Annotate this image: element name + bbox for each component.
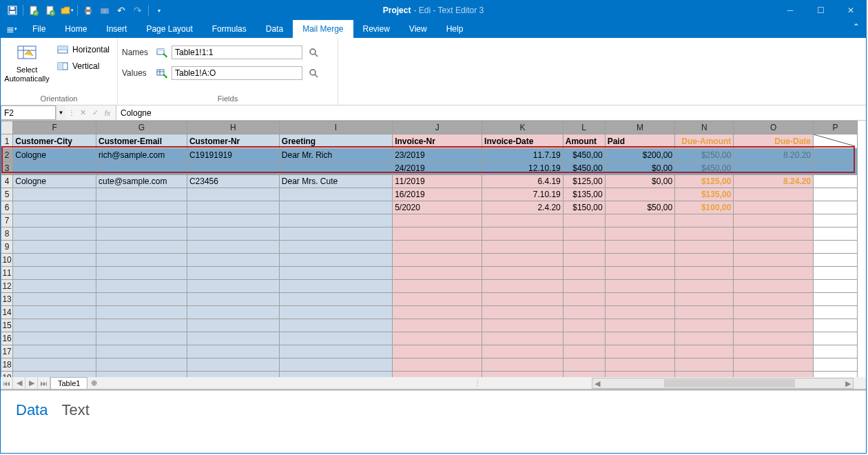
cell[interactable] bbox=[814, 162, 858, 175]
doc-plus-icon[interactable]: + bbox=[43, 3, 58, 18]
cell[interactable] bbox=[605, 358, 674, 372]
cell[interactable]: $0,00 bbox=[605, 162, 674, 175]
header-cell[interactable] bbox=[814, 134, 858, 149]
row-header-3[interactable]: 3 bbox=[1, 162, 13, 175]
cell[interactable] bbox=[814, 372, 858, 378]
tab-next-icon[interactable]: ▶ bbox=[25, 377, 38, 389]
scrollbar-thumb[interactable] bbox=[664, 379, 795, 387]
cell[interactable]: 24/2019 bbox=[393, 162, 482, 175]
select-all-corner[interactable] bbox=[1, 121, 13, 134]
cell[interactable] bbox=[605, 345, 674, 358]
cell[interactable] bbox=[814, 280, 858, 293]
horizontal-scrollbar[interactable]: ◀ ▶ bbox=[592, 378, 854, 389]
cell[interactable] bbox=[814, 241, 858, 254]
cell[interactable] bbox=[605, 306, 674, 319]
cell[interactable]: $135,00 bbox=[675, 188, 734, 201]
cell[interactable] bbox=[563, 214, 605, 228]
cell[interactable] bbox=[675, 306, 734, 319]
row-header-15[interactable]: 15 bbox=[1, 319, 13, 332]
col-header-H[interactable]: H bbox=[187, 121, 279, 134]
cell[interactable]: 2.4.20 bbox=[482, 201, 564, 214]
cell[interactable]: Dear Mr. Rich bbox=[279, 149, 392, 162]
cell[interactable] bbox=[13, 267, 96, 280]
cell[interactable]: $125,00 bbox=[563, 175, 605, 188]
row-header-16[interactable]: 16 bbox=[1, 332, 13, 345]
cell[interactable] bbox=[605, 188, 674, 201]
header-cell[interactable]: Due-Date bbox=[734, 134, 814, 149]
cell[interactable] bbox=[187, 214, 279, 228]
cell[interactable] bbox=[675, 228, 734, 241]
cell[interactable] bbox=[393, 358, 482, 372]
cell[interactable] bbox=[187, 254, 279, 267]
cell[interactable] bbox=[605, 241, 674, 254]
cell[interactable] bbox=[393, 254, 482, 267]
cell[interactable] bbox=[734, 345, 814, 358]
col-header-P[interactable]: P bbox=[814, 121, 858, 134]
cell[interactable] bbox=[13, 358, 96, 372]
menu-formulas[interactable]: Formulas bbox=[203, 20, 256, 38]
cell[interactable] bbox=[563, 332, 605, 345]
cell[interactable] bbox=[814, 293, 858, 306]
row-header-19[interactable]: 19 bbox=[1, 372, 13, 378]
row-header-18[interactable]: 18 bbox=[1, 358, 13, 372]
cell[interactable] bbox=[187, 201, 279, 214]
cell[interactable] bbox=[563, 306, 605, 319]
cell[interactable] bbox=[393, 241, 482, 254]
values-input[interactable] bbox=[172, 66, 302, 80]
header-cell[interactable]: Customer-Nr bbox=[187, 134, 279, 149]
cell[interactable] bbox=[482, 228, 564, 241]
cell[interactable] bbox=[393, 332, 482, 345]
cell[interactable] bbox=[279, 228, 392, 241]
col-header-G[interactable]: G bbox=[96, 121, 187, 134]
cell[interactable] bbox=[563, 228, 605, 241]
cell[interactable] bbox=[605, 254, 674, 267]
tab-last-icon[interactable]: ⏭ bbox=[38, 377, 50, 389]
names-input[interactable] bbox=[172, 46, 302, 59]
cell[interactable] bbox=[605, 293, 674, 306]
cell[interactable] bbox=[734, 293, 814, 306]
cell[interactable] bbox=[279, 241, 392, 254]
row-header-17[interactable]: 17 bbox=[1, 345, 13, 358]
mode-tab-data[interactable]: Data bbox=[16, 401, 48, 419]
header-cell[interactable]: Customer-Email bbox=[96, 134, 187, 149]
cell[interactable] bbox=[187, 162, 279, 175]
values-search-icon[interactable] bbox=[307, 66, 320, 80]
cell[interactable]: 23/2019 bbox=[393, 149, 482, 162]
cell[interactable] bbox=[96, 241, 187, 254]
name-box-dropdown-icon[interactable]: ▼ bbox=[56, 105, 65, 120]
cell[interactable] bbox=[734, 358, 814, 372]
cell[interactable] bbox=[13, 228, 96, 241]
menu-data[interactable]: Data bbox=[256, 20, 293, 38]
row-header-11[interactable]: 11 bbox=[1, 267, 13, 280]
cell[interactable] bbox=[482, 358, 564, 372]
spreadsheet[interactable]: FGHIJKLMNOP1Customer-CityCustomer-EmailC… bbox=[1, 121, 866, 390]
row-header-9[interactable]: 9 bbox=[1, 241, 13, 254]
camera-icon[interactable] bbox=[97, 3, 112, 18]
cell[interactable] bbox=[393, 306, 482, 319]
cell[interactable] bbox=[279, 214, 392, 228]
cell[interactable] bbox=[187, 345, 279, 358]
cell[interactable] bbox=[187, 267, 279, 280]
row-header-14[interactable]: 14 bbox=[1, 306, 13, 319]
menu-home[interactable]: Home bbox=[55, 20, 96, 38]
print-icon[interactable] bbox=[81, 3, 96, 18]
cell[interactable] bbox=[814, 267, 858, 280]
cell[interactable] bbox=[675, 214, 734, 228]
values-range-icon[interactable] bbox=[156, 68, 167, 79]
cell[interactable] bbox=[13, 319, 96, 332]
cell[interactable] bbox=[13, 188, 96, 201]
row-header-5[interactable]: 5 bbox=[1, 188, 13, 201]
cell[interactable]: $250,00 bbox=[675, 149, 734, 162]
cell[interactable] bbox=[563, 319, 605, 332]
fx-icon[interactable]: fx bbox=[102, 109, 113, 117]
header-cell[interactable]: Paid bbox=[605, 134, 674, 149]
cell[interactable] bbox=[279, 254, 392, 267]
cell[interactable] bbox=[393, 267, 482, 280]
cell[interactable] bbox=[734, 306, 814, 319]
cell[interactable] bbox=[814, 175, 858, 188]
cell[interactable] bbox=[482, 267, 564, 280]
names-search-icon[interactable] bbox=[307, 46, 320, 59]
vertical-button[interactable]: Vertical bbox=[53, 59, 114, 74]
cell[interactable] bbox=[187, 319, 279, 332]
qat-customize-icon[interactable]: ▾ bbox=[152, 3, 167, 18]
